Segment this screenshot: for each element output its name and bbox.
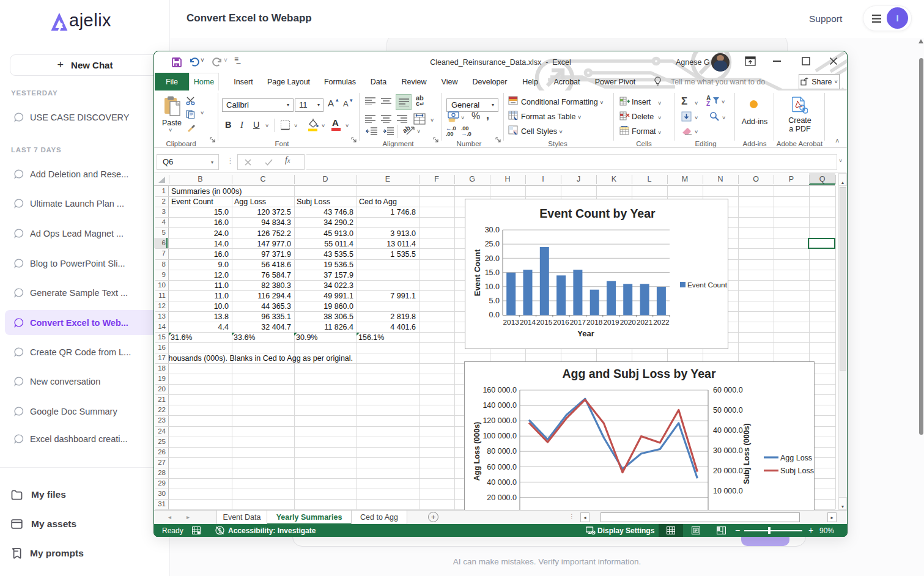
svg-text:Agg Loss: Agg Loss [780, 454, 812, 462]
svg-text:15.0: 15.0 [485, 268, 500, 277]
svg-text:2016: 2016 [553, 318, 569, 327]
svg-text:40 000.0: 40 000.0 [713, 426, 743, 435]
svg-text:30 000.0: 30 000.0 [713, 446, 743, 455]
svg-text:2014: 2014 [520, 318, 536, 327]
svg-text:2017: 2017 [570, 318, 586, 327]
svg-text:20 000.0: 20 000.0 [487, 493, 517, 502]
svg-text:Event Count: Event Count [687, 281, 728, 289]
svg-text:25.0: 25.0 [485, 240, 500, 248]
svg-text:10.0: 10.0 [485, 282, 500, 291]
svg-text:80 000.0: 80 000.0 [487, 447, 517, 456]
svg-text:60 000.0: 60 000.0 [713, 386, 743, 394]
svg-text:30.0: 30.0 [485, 226, 500, 234]
svg-text:Agg and Subj Loss by Year: Agg and Subj Loss by Year [562, 367, 715, 380]
svg-text:100 000.0: 100 000.0 [482, 432, 517, 440]
svg-text:2015: 2015 [536, 318, 553, 327]
svg-text:2018: 2018 [586, 318, 603, 327]
svg-text:2021: 2021 [637, 318, 652, 327]
svg-text:Year: Year [577, 329, 594, 338]
svg-text:0.0: 0.0 [489, 311, 500, 319]
svg-text:Subj Loss: Subj Loss [780, 467, 814, 475]
svg-text:2019: 2019 [603, 318, 619, 327]
svg-text:Event Count: Event Count [473, 249, 482, 296]
svg-text:10 000.0: 10 000.0 [713, 487, 743, 495]
svg-text:40 000.0: 40 000.0 [487, 478, 517, 487]
svg-text:140 000.0: 140 000.0 [482, 401, 517, 410]
svg-text:Event Count by Year: Event Count by Year [539, 207, 656, 220]
svg-text:Subj Loss (000s): Subj Loss (000s) [742, 423, 751, 484]
svg-text:60 000.0: 60 000.0 [487, 463, 517, 471]
svg-text:50 000.0: 50 000.0 [713, 406, 743, 415]
svg-text:20 000.0: 20 000.0 [713, 467, 743, 475]
svg-text:5.0: 5.0 [489, 297, 500, 305]
svg-text:2022: 2022 [653, 318, 669, 327]
svg-text:2020: 2020 [620, 318, 637, 327]
svg-text:160 000.0: 160 000.0 [482, 386, 517, 394]
svg-text:Agg Loss (000s): Agg Loss (000s) [473, 422, 481, 481]
svg-text:2013: 2013 [503, 318, 520, 327]
svg-text:20.0: 20.0 [485, 254, 500, 263]
svg-text:120 000.0: 120 000.0 [482, 416, 517, 425]
